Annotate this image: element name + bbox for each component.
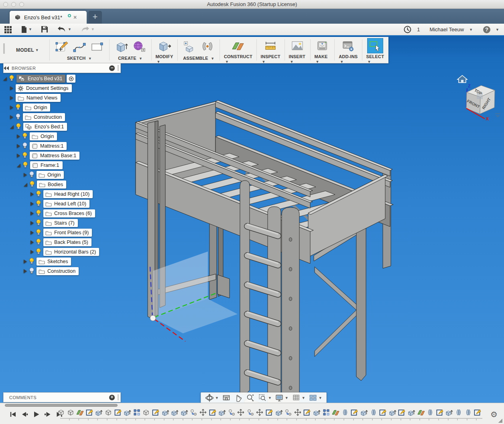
expand-node-icon[interactable] [30, 192, 34, 196]
browser-item-head-right-10[interactable]: Head Right (10) [30, 189, 124, 199]
timeline-feature-sketch-17[interactable] [209, 408, 218, 417]
chevron-down-icon[interactable]: ▼ [302, 396, 305, 400]
spline-button[interactable] [71, 39, 87, 54]
timeline-feature-extrude-38[interactable] [407, 408, 417, 417]
browser-item-construction[interactable]: Construction [24, 266, 124, 276]
play-button[interactable] [32, 410, 40, 418]
ribbon-group-label[interactable]: INSERT ▼ [289, 54, 306, 64]
expand-node-icon[interactable] [24, 269, 27, 273]
expand-node-icon[interactable] [30, 250, 34, 254]
collapse-node-icon[interactable] [24, 183, 27, 187]
visibility-bulb-off-icon[interactable] [22, 142, 28, 150]
make-print-button[interactable] [314, 38, 330, 53]
visibility-bulb-on-icon[interactable] [36, 210, 41, 217]
window-resize-grip[interactable] [498, 419, 502, 423]
timeline-feature-sketch-11[interactable] [152, 408, 161, 417]
timeline-feature-pattern-29[interactable] [322, 408, 332, 417]
expand-node-icon[interactable] [24, 173, 27, 177]
timeline-feature-mirror-43[interactable] [455, 408, 464, 417]
collapse-node-icon[interactable] [17, 164, 20, 167]
insert-image-button[interactable] [289, 38, 305, 53]
timeline-feature-plane-3[interactable] [76, 408, 85, 417]
timeline-feature-sketch-27[interactable] [303, 408, 313, 417]
ribbon-grip[interactable] [3, 43, 5, 54]
help-button[interactable]: ? [483, 26, 490, 33]
timeline-feature-plane-39[interactable] [417, 408, 427, 417]
visibility-bulb-on-icon[interactable] [36, 248, 41, 256]
chevron-down-icon[interactable]: ▼ [285, 396, 289, 400]
redo-button[interactable]: ▼ [80, 26, 95, 32]
timeline-feature-sketch-23[interactable] [265, 408, 275, 417]
timeline-feature-component-1[interactable] [57, 408, 67, 417]
timeline-feature-sketch-45[interactable] [474, 408, 483, 417]
browser-item-pill[interactable]: Origin [23, 103, 50, 112]
timeline-feature-extrude-33[interactable] [360, 408, 370, 417]
chevron-down-icon[interactable]: ▼ [469, 28, 473, 32]
expand-node-icon[interactable] [17, 134, 20, 138]
browser-item-enzo-s-bed-v31[interactable]: Enzo's Bed v31 [3, 74, 124, 83]
step-forward-button[interactable] [44, 410, 52, 418]
browser-item-cross-braces-6[interactable]: Cross Braces (6) [30, 209, 124, 218]
browser-item-pill[interactable]: Bodies [37, 181, 66, 189]
select-button[interactable] [367, 38, 383, 53]
new-tab-button[interactable]: + [88, 11, 102, 24]
expand-comments-icon[interactable]: + [109, 395, 115, 400]
visibility-bulb-on-icon[interactable] [16, 104, 21, 112]
layout-grid-tool[interactable]: ▼ [290, 394, 307, 402]
timeline-feature-sketch-4[interactable] [85, 408, 95, 417]
visibility-bulb-off-icon[interactable] [16, 114, 21, 121]
expand-node-icon[interactable] [10, 105, 13, 110]
expand-node-icon[interactable] [30, 202, 34, 206]
browser-item-origin[interactable]: Origin [17, 132, 124, 141]
browser-item-pill[interactable]: Document Settings [16, 84, 72, 92]
browser-item-pill[interactable]: Enzo's Bed:1 [23, 123, 67, 131]
timeline-feature-move-16[interactable] [199, 408, 209, 417]
browser-item-pill[interactable]: Head Right (10) [43, 190, 93, 198]
timeline-feature-sketch-37[interactable] [398, 408, 407, 417]
browser-item-pill[interactable]: Mattress Base:1 [30, 152, 79, 160]
chevron-down-icon[interactable]: ▼ [268, 396, 272, 400]
browser-item-enzo-s-bed-1[interactable]: Enzo's Bed:1 [10, 122, 124, 132]
ribbon-group-label[interactable]: ADD-INS ▼ [339, 54, 358, 64]
timeline-feature-mirror-44[interactable] [464, 408, 474, 417]
scripts-button[interactable] [340, 38, 356, 53]
timeline-feature-move-26[interactable] [294, 408, 303, 417]
zoom-window-tool[interactable]: ▼ [256, 394, 273, 402]
undo-button[interactable]: ▼ [57, 26, 71, 32]
workspace-switcher[interactable]: MODEL ▼ [7, 37, 49, 63]
ribbon-group-label[interactable]: CONSTRUCT ▼ [224, 54, 252, 64]
timeline-feature-extrude-36[interactable] [388, 408, 398, 417]
browser-item-construction[interactable]: Construction [10, 112, 124, 122]
timeline-settings-gear-icon[interactable]: ⚙ [490, 410, 498, 419]
timeline-ruler[interactable] [60, 418, 482, 420]
expand-node-icon[interactable] [10, 96, 13, 100]
browser-item-pill[interactable]: Construction [37, 267, 79, 275]
browser-item-head-left-10[interactable]: Head Left (10) [30, 199, 124, 209]
browser-item-back-plates-5[interactable]: Back Plates (5) [30, 237, 124, 247]
visibility-bulb-on-icon[interactable] [30, 181, 35, 189]
browser-item-origin[interactable]: Origin [24, 170, 124, 180]
browser-item-pill[interactable]: Front Plates (9) [43, 229, 92, 237]
timeline-feature-component-10[interactable] [142, 408, 152, 417]
zoom-tool[interactable] [244, 394, 256, 402]
timeline-feature-extrude-28[interactable] [313, 408, 322, 417]
browser-item-stairs-7[interactable]: Stairs (7) [30, 218, 124, 228]
browser-item-bodies[interactable]: Bodies [24, 180, 124, 189]
visibility-bulb-on-icon[interactable] [36, 229, 41, 237]
view-cube[interactable]: Z TOP FRONT RIGHT X [453, 73, 504, 122]
visibility-bulb-off-icon[interactable] [29, 268, 35, 275]
browser-item-named-views[interactable]: Named Views [10, 93, 124, 103]
timeline-feature-joint-21[interactable] [246, 408, 256, 417]
chevron-down-icon[interactable]: ▼ [215, 396, 219, 400]
timeline-feature-extrude-18[interactable] [218, 408, 228, 417]
browser-item-mattress-base-1[interactable]: Mattress Base:1 [17, 151, 124, 160]
timeline-feature-component-2[interactable] [67, 408, 76, 417]
browser-item-mattress-1[interactable]: Mattress:1 [17, 141, 124, 151]
visibility-bulb-on-icon[interactable] [36, 200, 41, 208]
user-menu[interactable]: Michael Teeuw [429, 26, 464, 32]
ribbon-group-label[interactable]: CREATE ▼ [118, 56, 142, 61]
browser-item-pill[interactable]: Named Views [16, 94, 61, 102]
comments-panel[interactable]: COMMENTS + [3, 392, 121, 402]
ribbon-group-label[interactable]: MODIFY ▼ [155, 54, 173, 64]
timeline-feature-extrude-13[interactable] [171, 408, 180, 417]
